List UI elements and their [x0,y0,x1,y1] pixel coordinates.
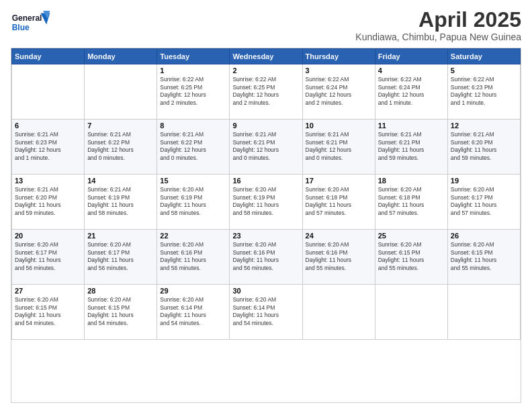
day-number: 20 [15,232,81,240]
day-cell: 5Sunrise: 6:22 AM Sunset: 6:23 PM Daylig… [447,64,520,120]
day-cell [302,285,375,340]
day-info: Sunrise: 6:20 AM Sunset: 6:17 PM Dayligh… [15,241,81,272]
week-row-4: 20Sunrise: 6:20 AM Sunset: 6:17 PM Dayli… [12,230,521,285]
day-cell: 3Sunrise: 6:22 AM Sunset: 6:24 PM Daylig… [302,64,375,120]
day-number: 25 [378,232,445,240]
weekday-header-thursday: Thursday [302,49,375,64]
day-cell: 22Sunrise: 6:20 AM Sunset: 6:16 PM Dayli… [157,230,230,285]
day-info: Sunrise: 6:21 AM Sunset: 6:20 PM Dayligh… [15,186,81,217]
day-cell: 23Sunrise: 6:20 AM Sunset: 6:16 PM Dayli… [230,230,302,285]
day-number: 26 [451,232,517,240]
day-info: Sunrise: 6:20 AM Sunset: 6:16 PM Dayligh… [160,241,226,272]
page: General Blue April 2025 Kundiawa, Chimbu… [0,0,532,411]
day-info: Sunrise: 6:20 AM Sunset: 6:17 PM Dayligh… [451,186,517,217]
day-info: Sunrise: 6:20 AM Sunset: 6:19 PM Dayligh… [232,186,299,217]
day-info: Sunrise: 6:21 AM Sunset: 6:19 PM Dayligh… [87,186,154,217]
day-number: 29 [160,287,226,295]
day-info: Sunrise: 6:20 AM Sunset: 6:16 PM Dayligh… [306,241,372,272]
day-number: 23 [232,232,299,240]
location-subtitle: Kundiawa, Chimbu, Papua New Guinea [355,32,521,42]
day-cell: 16Sunrise: 6:20 AM Sunset: 6:19 PM Dayli… [230,175,302,230]
day-number: 21 [87,232,154,240]
day-number: 15 [160,177,226,185]
day-cell: 6Sunrise: 6:21 AM Sunset: 6:23 PM Daylig… [12,120,85,175]
day-number: 6 [15,122,81,130]
day-number: 17 [306,177,372,185]
day-number: 13 [15,177,81,185]
logo: General Blue [11,8,51,38]
weekday-header-friday: Friday [375,49,447,64]
day-number: 28 [87,287,154,295]
day-number: 8 [160,122,226,130]
week-row-5: 27Sunrise: 6:20 AM Sunset: 6:15 PM Dayli… [12,285,521,340]
day-info: Sunrise: 6:20 AM Sunset: 6:18 PM Dayligh… [306,186,372,217]
day-number: 2 [232,66,299,75]
day-cell: 7Sunrise: 6:21 AM Sunset: 6:22 PM Daylig… [85,120,157,175]
day-cell: 26Sunrise: 6:20 AM Sunset: 6:15 PM Dayli… [447,230,520,285]
day-info: Sunrise: 6:21 AM Sunset: 6:21 PM Dayligh… [306,131,372,162]
day-number: 16 [232,177,299,185]
day-cell: 19Sunrise: 6:20 AM Sunset: 6:17 PM Dayli… [447,175,520,230]
day-info: Sunrise: 6:21 AM Sunset: 6:22 PM Dayligh… [87,131,154,162]
weekday-header-wednesday: Wednesday [230,49,302,64]
day-number: 5 [451,66,517,75]
day-info: Sunrise: 6:22 AM Sunset: 6:24 PM Dayligh… [378,76,445,107]
day-info: Sunrise: 6:20 AM Sunset: 6:14 PM Dayligh… [232,296,299,327]
day-number: 3 [306,66,372,75]
svg-text:General: General [12,13,42,23]
day-info: Sunrise: 6:20 AM Sunset: 6:14 PM Dayligh… [160,296,226,327]
day-cell: 8Sunrise: 6:21 AM Sunset: 6:22 PM Daylig… [157,120,230,175]
weekday-header-monday: Monday [85,49,157,64]
day-number: 7 [87,122,154,130]
day-number: 24 [306,232,372,240]
day-number: 22 [160,232,226,240]
logo-icon: General Blue [11,8,51,38]
day-info: Sunrise: 6:22 AM Sunset: 6:24 PM Dayligh… [306,76,372,107]
day-info: Sunrise: 6:20 AM Sunset: 6:15 PM Dayligh… [378,241,445,272]
title-block: April 2025 Kundiawa, Chimbu, Papua New G… [355,8,521,42]
day-info: Sunrise: 6:22 AM Sunset: 6:23 PM Dayligh… [451,76,517,107]
calendar: SundayMondayTuesdayWednesdayThursdayFrid… [11,48,521,403]
day-info: Sunrise: 6:21 AM Sunset: 6:21 PM Dayligh… [378,131,445,162]
week-row-3: 13Sunrise: 6:21 AM Sunset: 6:20 PM Dayli… [12,175,521,230]
day-cell [447,285,520,340]
week-row-1: 1Sunrise: 6:22 AM Sunset: 6:25 PM Daylig… [12,64,521,120]
day-cell: 20Sunrise: 6:20 AM Sunset: 6:17 PM Dayli… [12,230,85,285]
day-number: 30 [232,287,299,295]
day-number: 18 [378,177,445,185]
day-number: 1 [160,66,226,75]
day-cell: 18Sunrise: 6:20 AM Sunset: 6:18 PM Dayli… [375,175,447,230]
month-title: April 2025 [355,8,521,32]
day-cell: 17Sunrise: 6:20 AM Sunset: 6:18 PM Dayli… [302,175,375,230]
day-number: 12 [451,122,517,130]
weekday-header-tuesday: Tuesday [157,49,230,64]
day-cell: 14Sunrise: 6:21 AM Sunset: 6:19 PM Dayli… [85,175,157,230]
day-info: Sunrise: 6:20 AM Sunset: 6:19 PM Dayligh… [160,186,226,217]
day-cell: 24Sunrise: 6:20 AM Sunset: 6:16 PM Dayli… [302,230,375,285]
day-cell: 12Sunrise: 6:21 AM Sunset: 6:20 PM Dayli… [447,120,520,175]
day-number: 27 [15,287,81,295]
day-info: Sunrise: 6:22 AM Sunset: 6:25 PM Dayligh… [160,76,226,107]
day-cell: 21Sunrise: 6:20 AM Sunset: 6:17 PM Dayli… [85,230,157,285]
day-number: 10 [306,122,372,130]
day-cell: 10Sunrise: 6:21 AM Sunset: 6:21 PM Dayli… [302,120,375,175]
weekday-header-sunday: Sunday [12,49,85,64]
day-cell [85,64,157,120]
weekday-header-row: SundayMondayTuesdayWednesdayThursdayFrid… [12,49,521,64]
day-info: Sunrise: 6:20 AM Sunset: 6:15 PM Dayligh… [15,296,81,327]
day-info: Sunrise: 6:21 AM Sunset: 6:22 PM Dayligh… [160,131,226,162]
day-cell: 28Sunrise: 6:20 AM Sunset: 6:15 PM Dayli… [85,285,157,340]
day-number: 11 [378,122,445,130]
day-cell: 25Sunrise: 6:20 AM Sunset: 6:15 PM Dayli… [375,230,447,285]
day-number: 9 [232,122,299,130]
day-info: Sunrise: 6:21 AM Sunset: 6:23 PM Dayligh… [15,131,81,162]
svg-text:Blue: Blue [12,23,30,32]
day-cell: 11Sunrise: 6:21 AM Sunset: 6:21 PM Dayli… [375,120,447,175]
header: General Blue April 2025 Kundiawa, Chimbu… [11,8,521,42]
day-number: 19 [451,177,517,185]
weekday-header-saturday: Saturday [447,49,520,64]
day-info: Sunrise: 6:20 AM Sunset: 6:18 PM Dayligh… [378,186,445,217]
day-info: Sunrise: 6:20 AM Sunset: 6:16 PM Dayligh… [232,241,299,272]
day-info: Sunrise: 6:20 AM Sunset: 6:15 PM Dayligh… [87,296,154,327]
day-number: 4 [378,66,445,75]
